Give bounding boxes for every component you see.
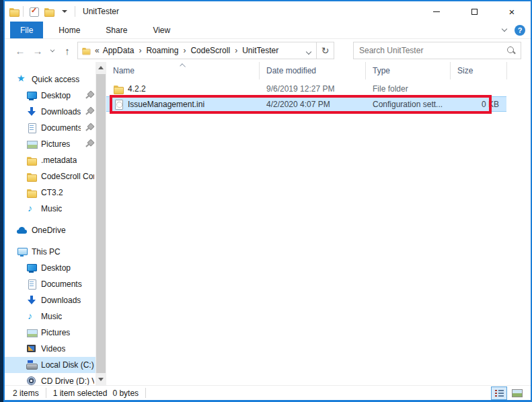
folder-icon — [113, 83, 124, 94]
pin-icon — [85, 90, 94, 101]
close-button[interactable]: × — [493, 1, 531, 22]
search-input[interactable] — [354, 42, 506, 59]
file-name-label: 4.2.2 — [128, 84, 146, 94]
ribbon-tab-bar: FileHomeShareView ? — [5, 22, 531, 39]
breadcrumb-item-appdata[interactable]: AppData — [102, 46, 136, 55]
file-row-issuemanagement-ini[interactable]: IssueManagement.ini4/2/2020 4:07 PMConfi… — [106, 96, 506, 112]
details-view-icon — [495, 389, 504, 397]
app-folder-icon — [9, 6, 20, 17]
pin-icon — [85, 123, 94, 133]
scrollbar-thumb[interactable] — [96, 74, 106, 373]
status-separator — [46, 388, 46, 398]
sidebar-item-downloads[interactable]: Downloads — [5, 292, 96, 308]
doc-icon — [26, 279, 37, 290]
caption-buttons: × — [418, 1, 531, 22]
minimize-button[interactable] — [418, 1, 455, 22]
file-name-cell: IssueManagement.ini — [106, 99, 260, 110]
column-header-date-modified[interactable]: Date modified — [260, 62, 366, 79]
sidebar-item-label: Documents — [41, 279, 82, 289]
pic-icon — [26, 327, 37, 338]
qat-new-folder-button[interactable] — [42, 4, 56, 19]
search-box — [353, 42, 521, 59]
sidebar-item-ct3-2[interactable]: CT3.2 — [5, 185, 96, 201]
refresh-button[interactable]: ↻ — [316, 42, 334, 59]
search-icon[interactable] — [506, 45, 517, 56]
sidebar-item-cd-drive-d-vir[interactable]: CD Drive (D:) Vir — [5, 373, 96, 385]
tab-share[interactable]: Share — [96, 22, 137, 38]
sidebar-item-pictures[interactable]: Pictures — [5, 325, 96, 341]
download-icon — [26, 106, 37, 117]
expand-ribbon-chevron-icon[interactable] — [502, 26, 507, 32]
tab-file[interactable]: File — [10, 22, 43, 38]
sidebar-item-documents[interactable]: Documents — [5, 276, 96, 292]
breadcrumb-separator: › — [180, 46, 189, 55]
sidebar-item-downloads[interactable]: Downloads — [5, 104, 96, 120]
pin-icon — [85, 106, 94, 117]
breadcrumb-separator: › — [231, 46, 241, 55]
selected-size: 0 bytes — [112, 389, 139, 398]
scroll-up-button[interactable] — [96, 62, 106, 73]
breadcrumb-item-codescroll[interactable]: CodeScroll — [189, 46, 231, 55]
address-folder-icon — [82, 46, 91, 55]
sidebar-item-desktop[interactable]: Desktop — [5, 260, 96, 276]
up-button[interactable]: ↑ — [59, 42, 76, 59]
sidebar-item-metadata[interactable]: .metadata — [5, 152, 96, 168]
navigation-bar: ← → ↑ « AppData›Roaming›CodeScroll›UnitT… — [5, 39, 531, 62]
sidebar-item-codescroll-cont[interactable]: CodeScroll Cont — [5, 168, 96, 185]
title-bar: UnitTester × — [5, 1, 531, 22]
sidebar-item-label: Music — [41, 204, 62, 213]
qat-customize-button[interactable] — [56, 4, 71, 19]
refresh-icon: ↻ — [321, 45, 330, 56]
ini-icon — [113, 99, 124, 110]
pin-icon — [85, 139, 94, 149]
address-right-controls: ↻ — [301, 42, 334, 59]
recent-locations-button[interactable] — [46, 42, 59, 59]
file-row-4-2-2[interactable]: 4.2.29/6/2019 12:27 PMFile folder — [106, 81, 506, 96]
help-icon[interactable]: ? — [515, 25, 525, 36]
sidebar-item-local-disk-c[interactable]: Local Disk (C:) — [5, 357, 96, 373]
back-button[interactable]: ← — [11, 42, 29, 59]
explorer-content: Quick accessDesktopDownloadsDocumentsPic… — [5, 62, 531, 385]
sidebar-item-label: Downloads — [41, 296, 81, 305]
disk-icon — [26, 360, 37, 370]
sidebar-item-desktop[interactable]: Desktop — [5, 88, 96, 104]
sidebar-item-label: Desktop — [41, 91, 71, 100]
address-dropdown-button[interactable] — [301, 44, 316, 57]
maximize-icon — [471, 9, 478, 15]
music-icon — [26, 311, 37, 322]
sidebar-item-onedrive[interactable]: OneDrive — [5, 222, 96, 238]
sidebar-item-music[interactable]: Music — [5, 201, 96, 217]
sidebar-item-label: .metadata — [41, 156, 77, 165]
column-header-label: Name — [113, 66, 135, 75]
pic-icon — [26, 139, 37, 149]
size-cell: 0 KB — [451, 100, 507, 109]
sidebar-item-this-pc[interactable]: This PC — [5, 244, 96, 260]
column-header-size[interactable]: Size — [451, 62, 507, 79]
window-title: UnitTester — [83, 7, 119, 16]
large-icons-view-button[interactable] — [509, 387, 525, 400]
scroll-down-button[interactable] — [96, 374, 106, 385]
sidebar-item-pictures[interactable]: Pictures — [5, 136, 96, 152]
scroll-down-icon — [98, 378, 104, 381]
monitor-icon — [26, 263, 37, 273]
column-header-name[interactable]: Name — [106, 62, 260, 79]
details-view-button[interactable] — [491, 387, 507, 400]
cd-icon — [26, 376, 37, 385]
forward-button[interactable]: → — [29, 42, 46, 59]
column-header-type[interactable]: Type — [366, 62, 451, 79]
tab-home[interactable]: Home — [48, 22, 90, 38]
qat-properties-button[interactable] — [27, 4, 42, 19]
sidebar-item-quick-access[interactable]: Quick access — [5, 71, 96, 88]
column-header-label: Date modified — [266, 66, 316, 75]
sidebar-item-documents[interactable]: Documents — [5, 120, 96, 136]
address-bar[interactable]: « AppData›Roaming›CodeScroll›UnitTester … — [77, 42, 334, 59]
sidebar-item-videos[interactable]: Videos — [5, 341, 96, 357]
sidebar-item-music[interactable]: Music — [5, 308, 96, 325]
maximize-button[interactable] — [455, 1, 493, 22]
star-icon — [17, 74, 28, 85]
selected-count: 1 item selected — [53, 389, 108, 398]
breadcrumb-item-unittester[interactable]: UnitTester — [241, 46, 280, 55]
tab-view[interactable]: View — [143, 22, 180, 38]
sidebar-scrollbar[interactable] — [96, 62, 106, 385]
breadcrumb-item-roaming[interactable]: Roaming — [145, 46, 180, 55]
